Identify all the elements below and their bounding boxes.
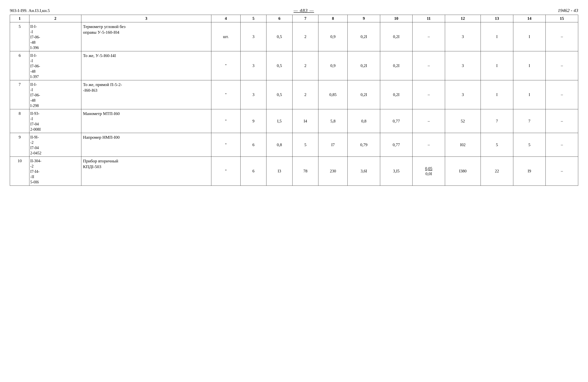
row-num: 7 [10, 80, 29, 109]
row-col9: 3,6I [348, 157, 380, 186]
row-desc: Напромер НМП-I00 [81, 133, 211, 157]
row-col10: 0,77 [380, 133, 413, 157]
row-code: II-I- -I I7-06- -48 I-298 [29, 80, 81, 109]
row-col11: 0,050,0I [413, 157, 445, 186]
col-header-9: 9 [348, 15, 380, 22]
row-col8: 0,9 [318, 22, 348, 51]
row-desc: То же, прямой П-5-2- -I60-I63 [81, 80, 211, 109]
row-col5: 6 [240, 157, 266, 186]
col-header-11: 11 [413, 15, 445, 22]
col-header-1: 1 [10, 15, 29, 22]
row-col9: 0,79 [348, 133, 380, 157]
col-header-4: 4 [211, 15, 240, 22]
row-col4: " [211, 157, 240, 186]
row-col15: – [546, 22, 578, 51]
row-code: II-93- -I I7-04 2-008I [29, 109, 81, 133]
row-col15: – [546, 157, 578, 186]
row-num: 5 [10, 22, 29, 51]
row-col7: 78 [292, 157, 318, 186]
row-col14: 5 [513, 133, 546, 157]
row-code: II-304- -2 I7-I4- -II 5-0I6 [29, 157, 81, 186]
row-col13: I [481, 51, 513, 80]
row-desc: Термометр угловой без оправы У-5-160-I04 [81, 22, 211, 51]
row-col4: " [211, 109, 240, 133]
row-col10: 0,2I [380, 22, 413, 51]
row-col11: – [413, 80, 445, 109]
row-col5: 3 [240, 22, 266, 51]
row-col12: 3 [445, 22, 481, 51]
row-code: II-9I- -2 I7-04 2-0452 [29, 133, 81, 157]
col-header-8: 8 [318, 15, 348, 22]
col-header-2: 2 [29, 15, 81, 22]
row-col12: 3 [445, 51, 481, 80]
row-num: 9 [10, 133, 29, 157]
row-col10: 0,2I [380, 80, 413, 109]
col-header-10: 10 [380, 15, 413, 22]
row-desc: Манометр МТП-I60 [81, 109, 211, 133]
row-col6: I3 [266, 157, 292, 186]
table-row: 6II-I- -I I7-06- -48 I-397То же, У-5-I60… [10, 51, 578, 80]
col-header-7: 7 [292, 15, 318, 22]
row-col7: 5 [292, 133, 318, 157]
row-col4: " [211, 80, 240, 109]
row-col10: 0,77 [380, 109, 413, 133]
row-col13: 7 [481, 109, 513, 133]
row-col4: шт. [211, 22, 240, 51]
row-col14: 7 [513, 109, 546, 133]
row-num: 6 [10, 51, 29, 80]
row-col14: I [513, 80, 546, 109]
row-col8: 0,85 [318, 80, 348, 109]
row-col7: I4 [292, 109, 318, 133]
table-row: 5II-I- -I I7-06- -48 I-396Термометр угло… [10, 22, 578, 51]
row-col7: 2 [292, 22, 318, 51]
row-col5: 3 [240, 51, 266, 80]
row-col11: – [413, 51, 445, 80]
row-col12: I380 [445, 157, 481, 186]
row-col15: – [546, 51, 578, 80]
row-col15: – [546, 109, 578, 133]
header: 903-I-I99. Ан.I3.I,кн.5 — 483 — 19462 - … [10, 8, 578, 13]
table-row: 9II-9I- -2 I7-04 2-0452Напромер НМП-I00"… [10, 133, 578, 157]
row-col8: 5,8 [318, 109, 348, 133]
table-row: 10II-304- -2 I7-I4- -II 5-0I6Прибор втор… [10, 157, 578, 186]
row-col10: 3,I5 [380, 157, 413, 186]
row-num: 10 [10, 157, 29, 186]
row-col8: 230 [318, 157, 348, 186]
main-table: 1 2 3 4 5 6 7 8 9 10 11 12 13 14 15 5II-… [10, 15, 578, 186]
row-col14: I [513, 51, 546, 80]
row-col12: 52 [445, 109, 481, 133]
col-header-15: 15 [546, 15, 578, 22]
table-row: 8II-93- -I I7-04 2-008IМанометр МТП-I60"… [10, 109, 578, 133]
col-header-12: 12 [445, 15, 481, 22]
col-header-3: 3 [81, 15, 211, 22]
row-desc: Прибор вторичный КПДI-503 [81, 157, 211, 186]
col-header-14: 14 [513, 15, 546, 22]
row-col6: 0,5 [266, 51, 292, 80]
row-col7: 2 [292, 80, 318, 109]
row-col4: " [211, 51, 240, 80]
row-num: 8 [10, 109, 29, 133]
row-col14: I [513, 22, 546, 51]
row-col15: – [546, 133, 578, 157]
row-col13: I [481, 80, 513, 109]
row-col4: " [211, 133, 240, 157]
row-col8: 0,9 [318, 51, 348, 80]
row-code: II-I- -I I7-06- -48 I-396 [29, 22, 81, 51]
row-col5: 6 [240, 133, 266, 157]
row-col10: 0,2I [380, 51, 413, 80]
row-col13: I [481, 22, 513, 51]
row-col9: 0,2I [348, 80, 380, 109]
row-col6: I,5 [266, 109, 292, 133]
col-header-13: 13 [481, 15, 513, 22]
row-col12: I02 [445, 133, 481, 157]
row-col6: 0,8 [266, 133, 292, 157]
header-right: 19462 - 43 [558, 8, 578, 13]
row-col9: 0,8 [348, 109, 380, 133]
row-col13: 22 [481, 157, 513, 186]
row-col6: 0,5 [266, 22, 292, 51]
col-header-6: 6 [266, 15, 292, 22]
row-col5: 9 [240, 109, 266, 133]
row-col9: 0,2I [348, 22, 380, 51]
row-col5: 3 [240, 80, 266, 109]
row-code: II-I- -I I7-06- -48 I-397 [29, 51, 81, 80]
